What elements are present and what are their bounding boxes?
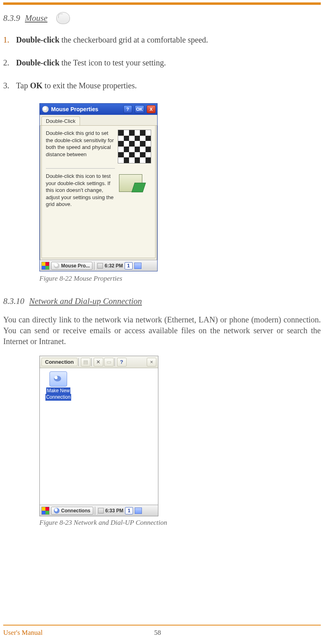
section-number: 8.3.10 (3, 296, 25, 306)
mouse-icon (56, 12, 70, 24)
window-title: Connection (41, 358, 78, 366)
tray-volume-icon[interactable] (98, 508, 104, 514)
toolbar-close-button[interactable]: × (147, 358, 156, 367)
step-text: the Test icon to test your setting. (59, 58, 166, 67)
step-bold: Double-click (16, 35, 59, 44)
taskbar[interactable]: Mouse Pro... 6:32 PM 1 (40, 260, 157, 271)
figure-mouse-properties: Mouse Properties ? OK X Double-Click Dou… (39, 103, 321, 271)
step-text: to exit the Mouse properties. (43, 81, 137, 90)
page-body: 8.3.9 Mouse Double-click the checkerboar… (0, 5, 324, 527)
step-pre: Tap (16, 81, 30, 90)
taskbar-separator (95, 507, 96, 515)
footer-label: User's Manual (3, 629, 43, 637)
tray-network-icon[interactable] (135, 507, 142, 514)
help-glyph: ? (120, 359, 123, 365)
taskbar[interactable]: Connections 6:33 PM 1 (40, 505, 158, 516)
help-button[interactable]: ? (123, 105, 132, 113)
taskbar-app-icon (54, 263, 59, 269)
section-heading-mouse: 8.3.9 Mouse (3, 12, 321, 24)
tab-strip: Double-Click (40, 115, 157, 126)
doubleclick-grid[interactable] (118, 130, 151, 163)
client-area[interactable]: Make New Connection (40, 368, 158, 505)
start-button-icon[interactable] (41, 262, 49, 270)
titlebar[interactable]: Mouse Properties ? OK X (40, 104, 157, 115)
conn-label-line2: Connection (45, 394, 72, 400)
sip-button[interactable]: 1 (125, 507, 133, 514)
close-button[interactable]: X (147, 105, 156, 113)
connection-window: Connection ▤ ✕ ▭ ? × Make New Connection… (39, 356, 158, 516)
toolbar-delete-button[interactable]: ✕ (94, 358, 103, 367)
mouse-properties-window: Mouse Properties ? OK X Double-Click Dou… (39, 103, 158, 271)
section-title: Mouse (25, 13, 47, 23)
taskbar-clock: 6:33 PM (105, 508, 123, 514)
taskbar-clock: 6:32 PM (105, 263, 123, 269)
step-item: Tap OK to exit the Mouse properties. (3, 80, 321, 91)
toolbar: Connection ▤ ✕ ▭ ? × (40, 356, 158, 368)
toolbar-help-button[interactable]: ? (117, 358, 127, 367)
page-footer: User's Manual 58 (3, 629, 321, 637)
steps-list: Double-click the checkerboard grid at a … (3, 35, 321, 91)
tray-network-icon[interactable] (134, 263, 141, 269)
footer-page-number: 58 (43, 629, 273, 637)
toolbar-separator (78, 358, 80, 366)
separator (46, 168, 115, 169)
tab-body: Double-click this grid to set the double… (41, 126, 156, 258)
toolbar-properties-icon[interactable]: ▤ (81, 358, 90, 367)
section-heading-network: 8.3.10 Network and Dial-up Connection (3, 296, 321, 306)
network-paragraph: You can directly link to the network via… (3, 314, 321, 347)
taskbar-app-label: Connections (61, 508, 90, 514)
start-button-icon[interactable] (41, 507, 49, 515)
taskbar-app-button[interactable]: Mouse Pro... (51, 262, 92, 270)
taskbar-app-icon (54, 508, 59, 514)
taskbar-app-label: Mouse Pro... (61, 263, 90, 269)
conn-label-line1: Make New (46, 387, 71, 394)
step-bold: Double-click (16, 58, 59, 67)
tab-double-click[interactable]: Double-Click (41, 116, 80, 125)
grid-instruction-text: Double-click this grid to set the double… (46, 130, 114, 163)
sip-button[interactable]: 1 (125, 262, 133, 269)
toolbar-separator (91, 358, 93, 366)
figure-caption-1: Figure 8-22 Mouse Properties (39, 275, 321, 283)
taskbar-separator (94, 262, 96, 270)
toolbar-doc-icon[interactable]: ▭ (104, 358, 114, 367)
step-item: Double-click the checkerboard grid at a … (3, 35, 321, 45)
ok-button[interactable]: OK (135, 105, 145, 113)
taskbar-app-button[interactable]: Connections (51, 507, 93, 515)
test-instruction-text: Double-click this icon to test your doub… (46, 173, 115, 208)
figure-caption-2: Figure 8-23 Network and Dial-UP Connecti… (39, 519, 321, 527)
step-bold: OK (30, 81, 43, 90)
window-title: Mouse Properties (51, 106, 121, 112)
doubleclick-test-icon[interactable] (119, 174, 142, 192)
section-title: Network and Dial-up Connection (29, 296, 142, 306)
step-text: the checkerboard grid at a comfortable s… (59, 35, 208, 44)
tray-volume-icon[interactable] (97, 263, 103, 269)
make-new-connection-item[interactable]: Make New Connection (43, 371, 74, 401)
footer-rule (3, 625, 321, 626)
toolbar-separator (115, 358, 116, 366)
step-item: Double-click the Test icon to test your … (3, 57, 321, 68)
section-number: 8.3.9 (3, 13, 20, 23)
new-connection-icon (49, 371, 67, 387)
mouse-titlebar-icon (42, 106, 49, 112)
